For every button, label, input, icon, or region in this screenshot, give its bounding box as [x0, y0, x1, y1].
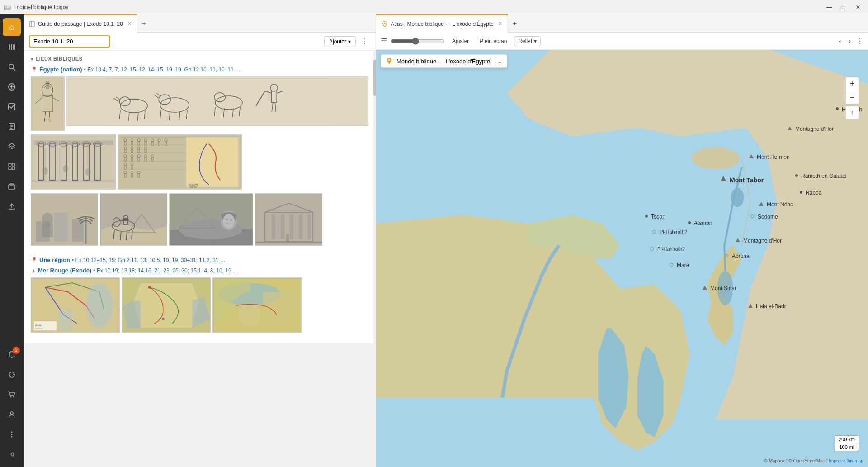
egypt-img-3[interactable]	[31, 134, 116, 190]
svg-rect-28	[30, 21, 34, 27]
mer-rouge-images: Route Route alt.	[31, 277, 368, 333]
right-panel: Atlas | Monde biblique — L'exode d'Égypt…	[376, 14, 868, 467]
tab-guide-passage[interactable]: Guide de passage | Exode 10.1–20 ✕	[24, 14, 137, 33]
scale-200km: 200 km	[835, 435, 859, 443]
sidebar-item-library[interactable]	[3, 38, 21, 56]
map-tab-add-btn[interactable]: +	[508, 19, 521, 28]
map-relief-btn[interactable]: Relief ▾	[514, 36, 541, 46]
tsoan-dot	[645, 215, 648, 218]
minimize-button[interactable]: —	[823, 2, 835, 12]
toolbar-more-btn[interactable]: ⋮	[359, 35, 370, 48]
sidebar-item-user[interactable]	[3, 405, 21, 424]
egypt-nation-link[interactable]: Égypte (nation)	[39, 66, 82, 73]
map-forward-btn[interactable]: ›	[847, 35, 853, 47]
compass-btn[interactable]: ↑	[845, 106, 859, 119]
sidebar-item-sync[interactable]	[3, 366, 21, 384]
mont-sinai-label: Mont Sinaï	[710, 285, 736, 291]
svg-point-192	[692, 147, 740, 169]
map-menu-btn[interactable]: ☰	[381, 37, 387, 45]
map-attribution: © Mapbox | © OpenStreetMap | Improve thi…	[764, 458, 863, 463]
panel-scrollbar[interactable]	[373, 51, 376, 467]
app-title: Logiciel biblique Logos	[14, 4, 823, 10]
map-zoom-slider[interactable]	[391, 38, 445, 45]
left-panel-wrapper: Guide de passage | Exode 10.1–20 ✕ + Ajo…	[24, 14, 376, 467]
ajouter-button[interactable]: Ajouter ▾	[324, 36, 356, 47]
montagne-hor-2-label: Montagne d'Hor	[743, 238, 782, 244]
svg-point-185	[162, 318, 165, 320]
sidebar-item-search[interactable]	[3, 58, 21, 76]
sidebar-item-collections[interactable]	[3, 177, 21, 195]
sidebar-item-grid[interactable]	[3, 157, 21, 176]
zoom-out-btn[interactable]: −	[845, 91, 859, 104]
egypt-img-1[interactable]	[31, 76, 65, 131]
egypt-img-7[interactable]	[169, 193, 253, 246]
egypt-img-4[interactable]: LIFE OF JOSEPH	[118, 134, 242, 190]
map-adjust-btn[interactable]: Ajuster	[448, 36, 472, 46]
svg-marker-13	[9, 143, 15, 147]
maximize-button[interactable]: □	[837, 2, 850, 12]
sidebar-item-notes[interactable]	[3, 118, 21, 136]
svg-point-26	[11, 436, 13, 438]
close-button[interactable]: ✕	[852, 2, 864, 12]
sidebar-item-cart[interactable]	[3, 386, 21, 404]
sidebar-collapse-btn[interactable]	[3, 445, 21, 463]
pi-hahiroth-1-label: Pi-Hahiroth?	[660, 229, 687, 234]
ramoth-label: Ramoth en Galaad	[801, 173, 847, 179]
svg-point-21	[10, 396, 12, 398]
svg-rect-162	[184, 229, 202, 237]
rabba-label: Rabba	[806, 190, 821, 196]
map-more-options-btn[interactable]: ⋮	[856, 37, 863, 45]
sidebar-item-add[interactable]	[3, 78, 21, 96]
egypt-img-2[interactable]	[66, 76, 368, 126]
sidebar-item-notifications[interactable]: 2	[3, 346, 21, 364]
atsmon-dot	[688, 221, 691, 224]
mer-rouge-link[interactable]: Mer Rouge (Exode)	[38, 267, 91, 274]
egypt-img-5[interactable]	[31, 193, 98, 246]
atsmon-label: Atsmon	[694, 220, 712, 226]
relief-chevron-icon: ▾	[534, 38, 537, 44]
place-egypt-nation: 📍 Égypte (nation) • Ex 10.4, 7, 7, 12–15…	[31, 66, 368, 73]
sodome-circle	[750, 214, 754, 218]
egypt-img-8[interactable]	[255, 193, 322, 246]
map-container[interactable]: Pethor Hamath Montagne d'Hor Mont Hermon	[376, 50, 868, 467]
map-img-3[interactable]	[212, 277, 302, 333]
une-region-refs: • Ex 10.12–15, 19; Gn 2.11, 13; 10.5, 10…	[72, 257, 226, 263]
map-fullscreen-btn[interactable]: Plein écran	[476, 36, 510, 46]
section-header-lieux[interactable]: ▾ LIEUX BIBLIQUES	[31, 56, 368, 62]
svg-rect-16	[9, 167, 11, 170]
sidebar-item-checklist[interactable]	[3, 98, 21, 116]
zoom-in-btn[interactable]: +	[845, 77, 859, 91]
mountain-icon: ▲	[31, 267, 36, 274]
svg-rect-83	[34, 140, 113, 145]
map-tab-close-btn[interactable]: ✕	[498, 21, 502, 27]
map-img-2[interactable]	[122, 277, 211, 333]
sidebar-item-export[interactable]	[3, 197, 21, 215]
map-back-btn[interactable]: ‹	[837, 35, 843, 47]
egypt-img-6[interactable]	[100, 193, 167, 246]
scale-bar: 200 km 100 mi	[835, 435, 859, 451]
svg-point-190	[384, 23, 386, 24]
svg-text:Route alt.: Route alt.	[35, 327, 43, 329]
mont-nebo-label: Mont Nébo	[767, 201, 793, 208]
svg-rect-144	[42, 224, 53, 237]
svg-point-22	[13, 396, 14, 398]
region-pin-icon: 📍	[31, 257, 38, 263]
passage-search-input[interactable]	[29, 35, 110, 48]
tab-add-btn[interactable]: +	[137, 19, 151, 28]
sidebar-item-layers[interactable]	[3, 138, 21, 156]
map-location-bar[interactable]: Monde biblique — L'exode d'Égypte ⌄	[381, 54, 507, 68]
map-tab-atlas[interactable]: Atlas | Monde biblique — L'exode d'Égypt…	[376, 14, 508, 33]
improve-map-link[interactable]: Improve this map	[829, 458, 863, 463]
panel-content[interactable]: ▾ LIEUX BIBLIQUES 📍 Égypte (nation) • Ex…	[24, 51, 376, 343]
une-region-link[interactable]: Une région	[39, 257, 70, 263]
map-img-1[interactable]: Route Route alt.	[31, 277, 120, 333]
svg-rect-1	[11, 44, 12, 50]
sidebar-item-home[interactable]: ⌂	[3, 18, 21, 36]
hala-el-badr-label: Hala el-Badr	[756, 303, 786, 310]
mont-hermon-label: Mont Hermon	[757, 154, 790, 160]
map-svg	[376, 50, 868, 467]
tab-close-btn[interactable]: ✕	[127, 21, 132, 27]
svg-point-174	[286, 234, 289, 238]
sidebar-item-more[interactable]	[3, 425, 21, 443]
pi-hahiroth-2-circle	[650, 247, 654, 251]
